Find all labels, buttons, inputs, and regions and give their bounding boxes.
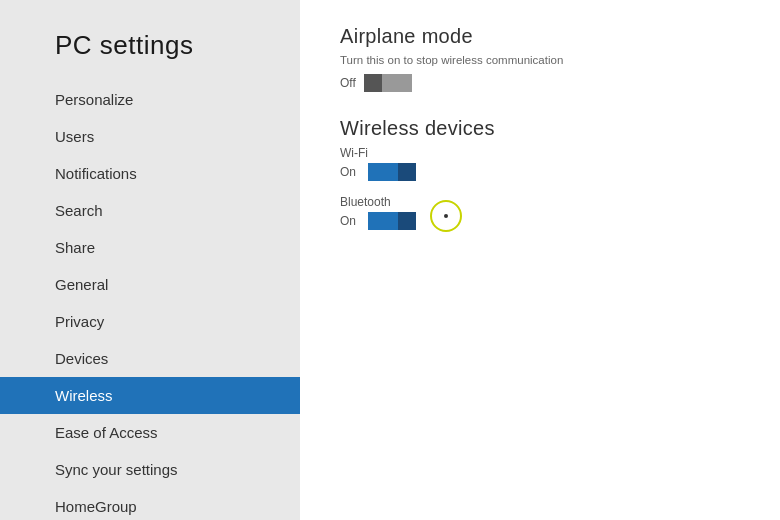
sidebar: PC settings Personalize Users Notificati… <box>0 0 300 520</box>
bluetooth-toggle[interactable] <box>368 212 416 230</box>
sidebar-item-personalize[interactable]: Personalize <box>0 81 300 118</box>
sidebar-item-notifications[interactable]: Notifications <box>0 155 300 192</box>
airplane-mode-toggle-container: Off <box>340 74 740 92</box>
sidebar-item-privacy[interactable]: Privacy <box>0 303 300 340</box>
wifi-device-row: Wi-Fi On <box>340 146 740 181</box>
airplane-mode-description: Turn this on to stop wireless communicat… <box>340 54 740 66</box>
sidebar-item-general[interactable]: General <box>0 266 300 303</box>
airplane-mode-state-label: Off <box>340 76 356 90</box>
sidebar-item-search[interactable]: Search <box>0 192 300 229</box>
bluetooth-state-label: On <box>340 214 360 228</box>
app-title: PC settings <box>0 20 300 81</box>
bluetooth-label: Bluetooth <box>340 195 740 209</box>
wireless-devices-title: Wireless devices <box>340 117 740 140</box>
sidebar-item-share[interactable]: Share <box>0 229 300 266</box>
airplane-mode-title: Airplane mode <box>340 25 740 48</box>
main-panel: Airplane mode Turn this on to stop wirel… <box>300 0 780 520</box>
airplane-mode-toggle-thumb <box>364 74 382 92</box>
bluetooth-toggle-thumb <box>398 212 416 230</box>
wireless-devices-section: Wireless devices Wi-Fi On Bluetooth On <box>340 117 740 230</box>
wifi-toggle[interactable] <box>368 163 416 181</box>
bluetooth-device-row: Bluetooth On <box>340 195 740 230</box>
airplane-mode-section: Airplane mode Turn this on to stop wirel… <box>340 25 740 92</box>
airplane-mode-toggle[interactable] <box>364 74 412 92</box>
wifi-toggle-thumb <box>398 163 416 181</box>
sidebar-item-users[interactable]: Users <box>0 118 300 155</box>
sidebar-item-sync-settings[interactable]: Sync your settings <box>0 451 300 488</box>
wifi-label: Wi-Fi <box>340 146 740 160</box>
wifi-toggle-row: On <box>340 163 740 181</box>
sidebar-item-homegroup[interactable]: HomeGroup <box>0 488 300 520</box>
bluetooth-toggle-row: On <box>340 212 740 230</box>
wifi-state-label: On <box>340 165 360 179</box>
sidebar-item-ease-of-access[interactable]: Ease of Access <box>0 414 300 451</box>
sidebar-item-wireless[interactable]: Wireless <box>0 377 300 414</box>
sidebar-item-devices[interactable]: Devices <box>0 340 300 377</box>
